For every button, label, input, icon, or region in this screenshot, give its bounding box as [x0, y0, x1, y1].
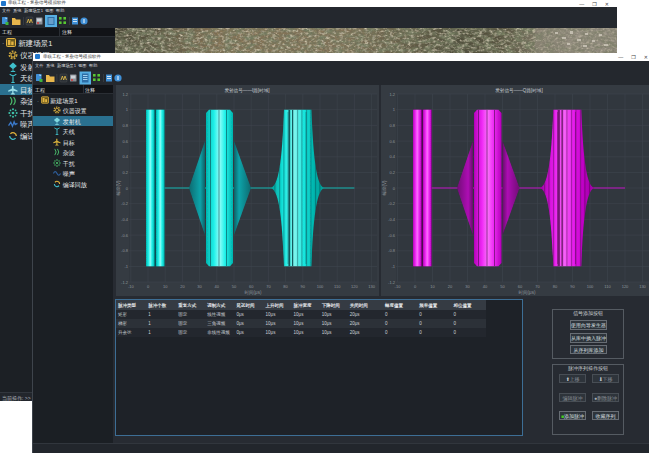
svg-text:60: 60	[249, 284, 254, 289]
svg-text:80: 80	[553, 284, 558, 289]
svg-text:120: 120	[351, 284, 358, 289]
svg-text:幅度(V): 幅度(V)	[116, 180, 121, 196]
svg-text:-0.8: -0.8	[388, 248, 396, 253]
svg-text:10: 10	[163, 284, 168, 289]
svg-text:30: 30	[197, 284, 202, 289]
svg-text:幅度(V): 幅度(V)	[381, 180, 387, 196]
svg-text:0.2: 0.2	[389, 170, 395, 175]
svg-text:-10: -10	[128, 284, 135, 289]
svg-text:60: 60	[518, 284, 523, 289]
svg-text:120: 120	[622, 284, 629, 289]
svg-text:130: 130	[368, 284, 375, 289]
svg-text:90: 90	[570, 284, 575, 289]
svg-text:20: 20	[448, 284, 453, 289]
svg-text:110: 110	[334, 284, 341, 289]
svg-text:-0.6: -0.6	[388, 233, 396, 238]
svg-text:80: 80	[283, 284, 288, 289]
svg-text:-0.4: -0.4	[388, 217, 396, 222]
svg-text:0.2: 0.2	[122, 170, 128, 175]
svg-text:30: 30	[465, 284, 470, 289]
svg-text:20: 20	[180, 284, 185, 289]
svg-text:70: 70	[535, 284, 540, 289]
svg-text:10: 10	[430, 284, 435, 289]
svg-text:100: 100	[317, 284, 324, 289]
svg-text:70: 70	[266, 284, 271, 289]
svg-text:1.2: 1.2	[389, 92, 395, 97]
svg-text:90: 90	[301, 284, 306, 289]
svg-text:0.4: 0.4	[389, 154, 395, 159]
svg-text:50: 50	[500, 284, 505, 289]
svg-text:40: 40	[483, 284, 488, 289]
svg-text:-0.8: -0.8	[121, 248, 129, 253]
svg-text:-0.2: -0.2	[388, 201, 396, 206]
svg-text:50: 50	[232, 284, 237, 289]
svg-text:110: 110	[604, 284, 611, 289]
svg-text:0.8: 0.8	[389, 123, 395, 128]
svg-text:0.4: 0.4	[122, 154, 128, 159]
svg-text:100: 100	[587, 284, 594, 289]
svg-text:-0.2: -0.2	[121, 201, 129, 206]
svg-text:-10: -10	[395, 284, 402, 289]
svg-text:发射信号——I路[时域]: 发射信号——I路[时域]	[224, 87, 269, 94]
svg-text:1.2: 1.2	[122, 92, 128, 97]
svg-text:0.6: 0.6	[389, 139, 395, 144]
svg-text:-0.6: -0.6	[121, 233, 129, 238]
svg-text:发射信号——Q路[时域]: 发射信号——Q路[时域]	[495, 87, 542, 94]
svg-text:0.8: 0.8	[122, 123, 128, 128]
svg-text:-0.4: -0.4	[121, 217, 129, 222]
svg-text:130: 130	[639, 284, 646, 289]
svg-text:40: 40	[215, 284, 220, 289]
svg-text:0.6: 0.6	[122, 139, 128, 144]
